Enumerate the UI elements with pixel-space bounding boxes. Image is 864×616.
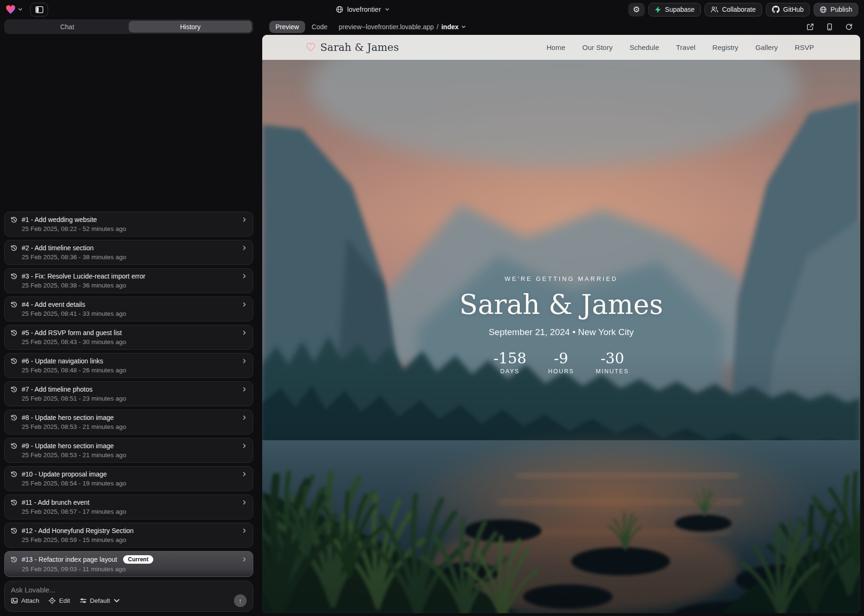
tab-history[interactable]: History [129,21,252,33]
sliders-icon [80,597,87,604]
history-item-title: #7 - Add timeline photos [22,386,92,393]
mode-select[interactable]: Default [80,597,121,604]
history-item-title-row: #5 - Add RSVP form and guest list [10,329,247,337]
history-item-title: #2 - Add timeline section [22,244,94,252]
chevron-right-icon [241,443,247,449]
history-item-3[interactable]: #4 - Add event details 25 Feb 2025, 08:4… [4,296,253,321]
history-item-title: #12 - Add Honeyfund Registry Section [22,527,133,534]
history-item-title: #11 - Add brunch event [22,499,90,506]
history-item-4[interactable]: #5 - Add RSVP form and guest list 25 Feb… [4,325,253,350]
history-clock-icon [10,499,17,506]
chevron-right-icon [241,471,247,477]
mobile-phone-icon [826,23,833,31]
history-item-10[interactable]: #11 - Add brunch event 25 Feb 2025, 08:5… [4,494,253,519]
ask-lovable-input[interactable] [11,586,247,594]
current-badge: Current [123,555,153,564]
hero-title: Sarah & James [459,289,663,320]
sidebar: Chat History #1 - Add wedding website [0,19,258,616]
refresh-button[interactable] [845,23,853,31]
tab-code[interactable]: Code [307,21,332,33]
globe-icon [820,6,827,13]
send-button[interactable]: ↑ [234,594,247,607]
countdown-cell-0: -158 DAYS [493,351,526,375]
external-link-icon [806,23,814,31]
history-item-title-row: #11 - Add brunch event [10,499,247,506]
people-icon [711,6,718,13]
history-item-6[interactable]: #7 - Add timeline photos 25 Feb 2025, 08… [4,381,253,406]
history-clock-icon [10,527,17,534]
github-button[interactable]: GitHub [766,3,810,16]
attach-button[interactable]: Attach [11,597,39,604]
select-target-icon [49,597,56,604]
chevron-right-icon [241,302,247,307]
history-clock-icon [10,245,17,252]
history-clock-icon [10,556,17,563]
history-clock-icon [10,414,17,421]
project-switcher[interactable]: lovefrontier [336,0,390,19]
history-item-title-row: #4 - Add event details [10,301,247,308]
chevron-right-icon [241,358,247,364]
history-item-11[interactable]: #12 - Add Honeyfund Registry Section 25 … [4,523,253,548]
history-item-title-row: #3 - Fix: Resolve Lucide-react import er… [10,272,247,280]
topbar-actions: ⚙ Supabase Collaborate GitHub [628,3,858,16]
history-item-title-row: #1 - Add wedding website [10,216,247,223]
sidebar-toggle-button[interactable] [30,3,48,16]
history-item-5[interactable]: #6 - Update navigation links 25 Feb 2025… [4,353,253,378]
site-preview-frame[interactable]: Sarah & James Home Our Story Schedule Tr… [262,35,860,613]
chevron-right-icon [241,217,247,222]
history-item-timestamp: 25 Feb 2025, 08:48 - 26 minutes ago [22,367,247,374]
supabase-button[interactable]: Supabase [648,3,701,16]
history-item-timestamp: 25 Feb 2025, 08:51 - 23 minutes ago [22,395,247,402]
lovable-logo-menu[interactable] [6,5,23,14]
chevron-right-icon [241,330,247,336]
history-item-title-row: #6 - Update navigation links [10,357,247,365]
countdown-cell-1: -9 HOURS [548,351,574,375]
history-item-7[interactable]: #8 - Update hero section image 25 Feb 20… [4,410,253,435]
history-item-title-row: #7 - Add timeline photos [10,386,247,393]
countdown-label: MINUTES [596,368,629,375]
lovable-heart-logo-icon [6,5,16,14]
history-item-timestamp: 25 Feb 2025, 08:59 - 15 minutes ago [22,536,247,543]
history-item-timestamp: 25 Feb 2025, 08:53 - 21 minutes ago [22,423,247,430]
history-item-8[interactable]: #9 - Update hero section image 25 Feb 20… [4,438,253,463]
chevron-right-icon [241,500,247,505]
preview-url[interactable]: preview--lovefrontier.lovable.app / inde… [339,23,466,31]
collaborate-button[interactable]: Collaborate [705,3,762,16]
chevron-right-icon [241,245,247,251]
chevron-down-icon [113,597,120,604]
tab-preview[interactable]: Preview [269,21,305,33]
history-item-12[interactable]: #13 - Refactor index page layout Current… [4,551,253,577]
history-item-timestamp: 25 Feb 2025, 08:53 - 21 minutes ago [22,452,247,459]
tab-chat[interactable]: Chat [6,21,129,33]
history-item-2[interactable]: #3 - Fix: Resolve Lucide-react import er… [4,268,253,293]
hero-eyebrow: WE'RE GETTING MARRIED [505,275,618,282]
chat-history-tabbar: Chat History [4,19,253,34]
history-item-title-row: #9 - Update hero section image [10,442,247,450]
chevron-down-icon [18,7,23,12]
history-item-1[interactable]: #2 - Add timeline section 25 Feb 2025, 0… [4,240,253,265]
history-item-title-row: #8 - Update hero section image [10,414,247,421]
publish-button[interactable]: Publish [814,3,858,16]
project-name: lovefrontier [347,6,381,13]
history-item-title: #10 - Update proposal image [22,470,107,478]
history-item-timestamp: 25 Feb 2025, 08:36 - 38 minutes ago [22,254,247,261]
mobile-view-button[interactable] [826,23,833,31]
settings-button[interactable]: ⚙ [628,3,645,16]
history-item-timestamp: 25 Feb 2025, 08:57 - 17 minutes ago [22,508,247,515]
history-item-9[interactable]: #10 - Update proposal image 25 Feb 2025,… [4,466,253,491]
chat-composer: Attach Edit Default [4,581,253,612]
countdown-value: -158 [493,351,526,366]
chevron-right-icon [241,273,247,279]
history-item-0[interactable]: #1 - Add wedding website 25 Feb 2025, 08… [4,212,253,237]
chevron-right-icon [241,415,247,420]
hero-date-location: September 21, 2024 • New York City [489,327,634,337]
history-item-title: #6 - Update navigation links [22,357,103,365]
preview-url-host: preview--lovefrontier.lovable.app [339,23,434,31]
edit-button[interactable]: Edit [49,597,70,604]
history-clock-icon [10,329,17,337]
open-external-button[interactable] [806,23,814,31]
attach-image-icon [11,597,18,604]
history-item-timestamp: 25 Feb 2025, 08:41 - 33 minutes ago [22,310,247,317]
history-item-title-row: #13 - Refactor index page layout Current [10,555,247,564]
chevron-right-icon [241,528,247,534]
